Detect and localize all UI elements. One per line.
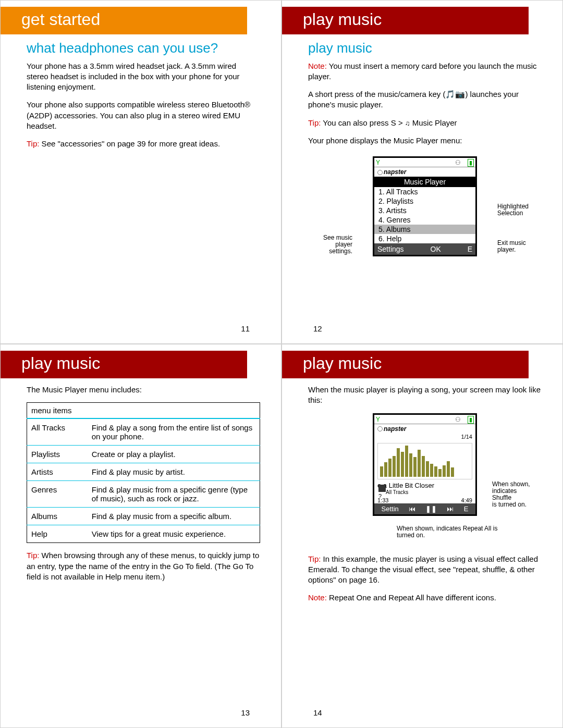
tip-text: In this example, the music player is usi…	[308, 554, 538, 585]
screen-title: Music Player	[374, 177, 475, 187]
section-banner: play music	[282, 351, 529, 378]
body-text: Your phone also supports compatible wire…	[27, 100, 260, 131]
battery-icon: ▮	[468, 416, 474, 424]
key-term: Repeat All	[388, 593, 424, 602]
tip-line: Tip: When browsing through any of these …	[27, 550, 260, 582]
music-note-icon: ♫	[405, 119, 410, 127]
prev-icon: ⏮	[409, 505, 415, 513]
playlist-name: All Tracks	[374, 489, 475, 497]
page-number: 14	[313, 708, 322, 717]
row-label: Help	[27, 525, 88, 543]
page-13: play music The Music Player menu include…	[0, 344, 282, 728]
battery-icon: ▮	[468, 159, 474, 167]
page-content: play music Note: You must insert a memor…	[282, 41, 562, 287]
status-bar: Y ⚇ ▮	[374, 415, 475, 424]
table-row: All TracksFind & play a song from the en…	[27, 418, 260, 446]
list-item: 3. Artists	[374, 206, 475, 215]
callout-exit: Exit music player.	[497, 240, 539, 253]
intro-text: The Music Player menu includes:	[27, 385, 260, 395]
table-row: GenresFind & play music from a specific …	[27, 481, 260, 508]
page-number: 13	[241, 708, 250, 717]
softkey-bar: Settings OK E	[374, 243, 475, 255]
page-content: what headphones can you use? Your phone …	[1, 41, 281, 149]
visualizer	[377, 443, 472, 479]
row-label: Albums	[27, 508, 88, 525]
row-desc: View tips for a great music experience.	[88, 525, 260, 543]
tip-line: Tip: See "accessories" on page 39 for mo…	[27, 139, 260, 149]
tip-label: Tip:	[308, 118, 321, 127]
tip-label: Tip:	[308, 554, 321, 563]
note-line: Note: You must insert a memory card befo…	[308, 61, 542, 82]
list-item: 1. All Tracks	[374, 187, 475, 196]
callout-highlight: Highlighted Selection	[497, 203, 539, 217]
intro-text: When the music player is playing a song,…	[308, 385, 542, 406]
body-text: Your phone has a 3.5mm wired headset jac…	[27, 61, 260, 93]
brand-label: napster	[374, 167, 475, 177]
row-desc: Find & play music from a specific album.	[88, 508, 260, 525]
row-desc: Find & play a song from the entire list …	[88, 418, 260, 446]
playback-controls: Settin ⏮ ❚❚ ⏭ E	[374, 503, 475, 514]
callout-shuffle: When shown, indicates Shuffle is turned …	[492, 481, 542, 509]
next-icon: ⏭	[447, 505, 454, 513]
key-term: Repeat One	[329, 593, 371, 602]
table-header: menu items	[27, 403, 260, 419]
album-art-icon	[378, 485, 386, 492]
row-label: Artists	[27, 463, 88, 481]
list-item: 6. Help	[374, 234, 475, 243]
list-item-selected: 5. Albums	[374, 225, 475, 234]
tip-text: See "accessories" on page 39 for more gr…	[39, 139, 220, 148]
row-label: All Tracks	[27, 418, 88, 446]
tip-label: Tip:	[27, 139, 39, 148]
row-desc: Find & play music from a specific genre …	[88, 481, 260, 508]
list-item: 4. Genres	[374, 215, 475, 225]
page-12: play music play music Note: You must ins…	[282, 0, 563, 344]
callout-repeat: When shown, indicates Repeat All is turn…	[397, 525, 501, 539]
tip-line: Tip: In this example, the music player i…	[308, 554, 542, 586]
menu-name: Music Player	[410, 118, 457, 127]
time-display: 1:33 4:49	[374, 497, 475, 503]
page-number: 12	[313, 324, 322, 333]
phone-screen: Y ⚇ ▮ napster Music Player 1. All Tracks…	[373, 156, 477, 256]
pause-icon: ❚❚	[425, 505, 437, 513]
total-time: 4:49	[461, 497, 472, 503]
row-desc: Create or play a playlist.	[88, 446, 260, 463]
page-14: play music When the music player is play…	[282, 344, 563, 728]
note-line: Note: Repeat One and Repeat All have dif…	[308, 593, 542, 603]
section-heading: play music	[308, 41, 542, 56]
callout-settings: See music player settings.	[311, 235, 352, 255]
track-counter: 1/14	[461, 434, 472, 440]
now-playing-screen: Y ⚇ ▮ napster 1/14 e a Little Bit Closer…	[373, 413, 477, 516]
signal-icon: Y	[376, 159, 380, 166]
phone-illustration: Y ⚇ ▮ napster Music Player 1. All Tracks…	[308, 156, 542, 287]
tip-label: Tip:	[27, 551, 39, 560]
bluetooth-icon: ⚇	[455, 416, 461, 423]
list-item: 2. Playlists	[374, 196, 475, 206]
help-icon: ?	[378, 493, 382, 499]
softkey-right: E	[468, 245, 472, 253]
menu-list: 1. All Tracks 2. Playlists 3. Artists 4.…	[374, 187, 475, 243]
body-text: Your phone displays the Music Player men…	[308, 135, 542, 146]
section-banner: get started	[1, 7, 247, 34]
brand-label: napster	[374, 424, 475, 434]
page-number: 11	[241, 324, 250, 333]
section-banner: play music	[282, 7, 529, 34]
table-row: HelpView tips for a great music experien…	[27, 525, 260, 543]
body-text: A short press of the music/camera key (🎵…	[308, 89, 542, 110]
table-row: AlbumsFind & play music from a specific …	[27, 508, 260, 525]
note-label: Note:	[308, 593, 327, 602]
row-desc: Find & play music by artist.	[88, 463, 260, 481]
softkey-center: OK	[431, 245, 441, 253]
song-title: e a Little Bit Closer	[374, 482, 475, 489]
note-text: You must insert a memory card before you…	[308, 61, 537, 81]
table-row: PlaylistsCreate or play a playlist.	[27, 446, 260, 463]
tip-line: Tip: You can also press S > ♫ Music Play…	[308, 118, 542, 128]
note-label: Note:	[308, 61, 327, 70]
menu-name: Music Player	[42, 385, 87, 394]
menu-items-table: menu items All TracksFind & play a song …	[27, 402, 260, 543]
menu-name: Music Player	[394, 136, 438, 145]
table-row: ArtistsFind & play music by artist.	[27, 463, 260, 481]
tip-text: When browsing through any of these menus…	[27, 551, 259, 581]
softkey-left: Settings	[377, 245, 404, 253]
now-playing-illustration: Y ⚇ ▮ napster 1/14 e a Little Bit Closer…	[308, 413, 542, 554]
row-label: Genres	[27, 481, 88, 508]
